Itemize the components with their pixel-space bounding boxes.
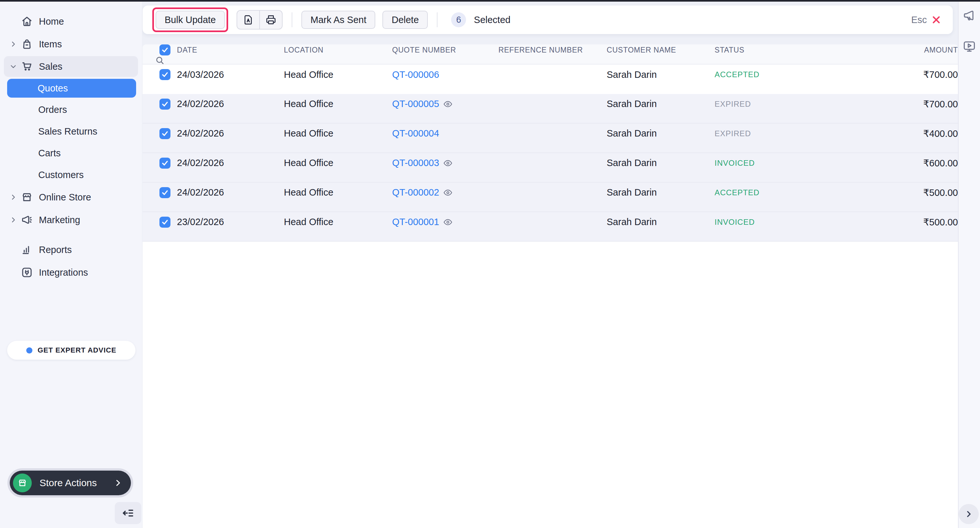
bag-icon xyxy=(20,38,34,51)
cell-customer: Sarah Darin xyxy=(607,69,714,80)
search-button[interactable] xyxy=(155,56,165,65)
sidebar-item-online-store[interactable]: Online Store xyxy=(0,186,142,209)
eye-preview-icon[interactable] xyxy=(443,217,453,227)
sidebar-item-marketing[interactable]: Marketing xyxy=(0,209,142,231)
cell-customer: Sarah Darin xyxy=(607,158,714,168)
cell-amount: ₹500.00 xyxy=(909,187,958,198)
sidebar-item-quotes-active[interactable]: Quotes xyxy=(7,79,136,97)
check-icon xyxy=(161,159,169,167)
blue-dot-icon xyxy=(26,347,32,354)
column-header-location[interactable]: LOCATION xyxy=(284,46,392,54)
check-icon xyxy=(161,130,169,137)
quote-number-link[interactable]: QT-000004 xyxy=(392,128,439,139)
column-header-amount[interactable]: AMOUNT xyxy=(909,46,958,54)
status-badge: EXPIRED xyxy=(714,129,909,138)
pdf-export-button[interactable] xyxy=(237,11,259,29)
chevron-down-icon xyxy=(9,63,18,70)
cell-amount: ₹500.00 xyxy=(909,217,958,228)
announcements-button[interactable] xyxy=(962,9,977,23)
right-utility-rail xyxy=(958,2,980,528)
close-icon xyxy=(931,15,941,25)
bulk-update-highlight: Bulk Update xyxy=(152,8,228,32)
sidebar-item-items[interactable]: Items xyxy=(0,33,142,56)
toolbar-separator xyxy=(437,12,438,27)
column-header-quote-number[interactable]: QUOTE NUMBER xyxy=(392,46,498,54)
table-row[interactable]: 24/02/2026 Head Office QT-000003 Sarah D… xyxy=(143,153,958,183)
cell-date: 24/02/2026 xyxy=(177,158,284,168)
sidebar-label-online-store: Online Store xyxy=(39,192,91,203)
video-tutorials-button[interactable] xyxy=(962,39,977,54)
row-checkbox[interactable] xyxy=(159,128,170,139)
video-tutorial-icon xyxy=(962,39,977,54)
eye-preview-icon[interactable] xyxy=(443,99,453,109)
expand-panel-button[interactable] xyxy=(959,504,979,524)
mark-as-sent-button[interactable]: Mark As Sent xyxy=(301,11,375,29)
sidebar-item-home[interactable]: Home xyxy=(0,10,142,33)
column-header-customer-name[interactable]: CUSTOMER NAME xyxy=(607,46,714,54)
sidebar-item-orders[interactable]: Orders xyxy=(0,99,142,121)
eye-preview-icon[interactable] xyxy=(443,158,453,168)
collapse-sidebar-icon xyxy=(122,507,134,519)
row-checkbox[interactable] xyxy=(159,99,170,110)
sidebar-item-carts[interactable]: Carts xyxy=(0,142,142,164)
store-actions-button[interactable]: Store Actions xyxy=(10,471,131,495)
check-icon xyxy=(161,218,169,226)
table-row[interactable]: 23/02/2026 Head Office QT-000001 Sarah D… xyxy=(143,212,958,242)
pdf-export-icon xyxy=(242,14,254,26)
bulk-update-button[interactable]: Bulk Update xyxy=(156,11,225,29)
cell-amount: ₹400.00 xyxy=(909,128,958,139)
row-checkbox[interactable] xyxy=(159,158,170,169)
quotes-table: DATE LOCATION QUOTE NUMBER REFERENCE NUM… xyxy=(143,45,958,528)
sidebar-label-marketing: Marketing xyxy=(39,215,80,225)
chevron-right-icon xyxy=(9,40,18,48)
column-header-date[interactable]: DATE xyxy=(177,46,284,54)
quote-number-link[interactable]: QT-000005 xyxy=(392,99,439,109)
check-icon xyxy=(161,189,169,196)
check-icon xyxy=(161,100,169,108)
quote-number-link[interactable]: QT-000001 xyxy=(392,217,439,227)
megaphone-icon xyxy=(20,214,34,227)
quote-number-link[interactable]: QT-000002 xyxy=(392,187,439,198)
row-checkbox[interactable] xyxy=(159,217,170,228)
quote-number-link[interactable]: QT-000003 xyxy=(392,158,439,168)
store-actions-label: Store Actions xyxy=(40,477,97,488)
table-row[interactable]: 24/02/2026 Head Office QT-000004 Sarah D… xyxy=(143,124,958,153)
check-icon xyxy=(161,46,169,54)
row-checkbox[interactable] xyxy=(159,69,170,80)
status-badge: INVOICED xyxy=(714,159,909,167)
check-icon xyxy=(161,71,169,78)
row-checkbox[interactable] xyxy=(159,187,170,198)
table-row[interactable]: 24/02/2026 Head Office QT-000005 Sarah D… xyxy=(143,94,958,124)
sidebar-item-integrations[interactable]: Integrations xyxy=(0,261,142,284)
cell-customer: Sarah Darin xyxy=(607,128,714,139)
table-row[interactable]: 24/03/2026 Head Office QT-000006 Sarah D… xyxy=(143,65,958,94)
delete-button[interactable]: Delete xyxy=(382,11,428,29)
cell-location: Head Office xyxy=(284,128,392,139)
print-button[interactable] xyxy=(260,11,282,29)
cell-location: Head Office xyxy=(284,99,392,109)
chevron-right-icon xyxy=(9,216,18,223)
get-expert-advice-button[interactable]: GET EXPERT ADVICE xyxy=(7,341,135,360)
toolbar-separator xyxy=(292,12,292,27)
eye-preview-icon[interactable] xyxy=(443,188,453,198)
quote-number-link[interactable]: QT-000006 xyxy=(392,69,439,80)
cell-date: 24/02/2026 xyxy=(177,128,284,139)
cell-location: Head Office xyxy=(284,187,392,198)
sidebar-label-home: Home xyxy=(39,16,64,27)
escape-close-button[interactable]: Esc xyxy=(911,14,941,25)
sidebar-item-sales[interactable]: Sales xyxy=(4,56,138,77)
sidebar-item-customers[interactable]: Customers xyxy=(0,164,142,186)
sidebar-item-sales-returns[interactable]: Sales Returns xyxy=(0,121,142,142)
sidebar-item-reports[interactable]: Reports xyxy=(0,238,142,261)
cart-icon xyxy=(20,60,34,73)
cell-date: 23/02/2026 xyxy=(177,217,284,227)
column-header-reference-number[interactable]: REFERENCE NUMBER xyxy=(498,46,607,54)
main-content: Bulk Update Mark As Sent Delete 6 Select… xyxy=(142,2,958,528)
column-header-status[interactable]: STATUS xyxy=(714,46,909,54)
select-all-checkbox[interactable] xyxy=(159,45,170,56)
cell-customer: Sarah Darin xyxy=(607,217,714,227)
cell-date: 24/02/2026 xyxy=(177,187,284,198)
table-row[interactable]: 24/02/2026 Head Office QT-000002 Sarah D… xyxy=(143,183,958,212)
cell-customer: Sarah Darin xyxy=(607,99,714,109)
collapse-sidebar-button[interactable] xyxy=(115,502,141,524)
